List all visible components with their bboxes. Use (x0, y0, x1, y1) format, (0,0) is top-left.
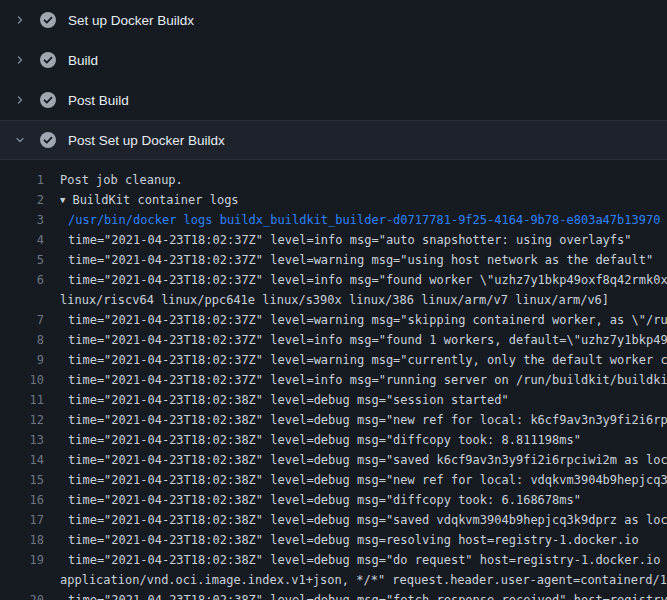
group-label: BuildKit container logs (72, 193, 238, 207)
log-text: time="2021-04-23T18:02:38Z" level=debug … (60, 490, 667, 510)
log-text: time="2021-04-23T18:02:37Z" level=info m… (60, 370, 667, 390)
log-line: 9time="2021-04-23T18:02:37Z" level=warni… (0, 350, 667, 370)
line-number[interactable]: 10 (0, 370, 44, 390)
log-command-text: /usr/bin/docker logs buildx_buildkit_bui… (60, 210, 667, 230)
chevron-right-icon[interactable] (12, 92, 28, 108)
step-header-post-build[interactable]: Post Build (0, 80, 667, 120)
log-text: time="2021-04-23T18:02:38Z" level=debug … (60, 450, 667, 470)
log-line: 15time="2021-04-23T18:02:38Z" level=debu… (0, 470, 667, 490)
chevron-right-icon[interactable] (12, 52, 28, 68)
log-line: linux/riscv64 linux/ppc641e linux/s390x … (0, 290, 667, 310)
log-text: time="2021-04-23T18:02:38Z" level=debug … (60, 550, 667, 570)
check-circle-icon (40, 92, 56, 108)
log-line: 16time="2021-04-23T18:02:38Z" level=debu… (0, 490, 667, 510)
line-number[interactable]: 8 (0, 330, 44, 350)
chevron-down-icon[interactable] (12, 132, 28, 148)
line-number[interactable]: 13 (0, 430, 44, 450)
log-line: 1Post job cleanup. (0, 170, 667, 190)
step-label: Set up Docker Buildx (68, 13, 194, 28)
log-line: 18time="2021-04-23T18:02:38Z" level=debu… (0, 530, 667, 550)
log-text: time="2021-04-23T18:02:38Z" level=debug … (60, 510, 667, 530)
job-steps-panel: Set up Docker Buildx Build Post Build Po… (0, 0, 667, 600)
log-text: time="2021-04-23T18:02:38Z" level=debug … (60, 430, 667, 450)
log-line: 13time="2021-04-23T18:02:38Z" level=debu… (0, 430, 667, 450)
group-toggle-triangle-icon[interactable]: ▼ (60, 190, 65, 210)
log-line: 10time="2021-04-23T18:02:37Z" level=info… (0, 370, 667, 390)
log-container: 1Post job cleanup.2▼BuildKit container l… (0, 160, 667, 600)
step-label: Build (68, 53, 98, 68)
log-text: Post job cleanup. (60, 170, 667, 190)
line-number[interactable]: 6 (0, 270, 44, 290)
step-label: Post Set up Docker Buildx (68, 133, 225, 148)
log-line: 2▼BuildKit container logs (0, 190, 667, 210)
line-number[interactable]: 17 (0, 510, 44, 530)
log-line: 7time="2021-04-23T18:02:37Z" level=warni… (0, 310, 667, 330)
log-line: application/vnd.oci.image.index.v1+json,… (0, 570, 667, 590)
step-label: Post Build (68, 93, 129, 108)
line-number[interactable]: 11 (0, 390, 44, 410)
log-line: 20time="2021-04-23T18:02:38Z" level=debu… (0, 590, 667, 600)
line-number[interactable]: 1 (0, 170, 44, 190)
line-number[interactable]: 3 (0, 210, 44, 230)
line-number[interactable]: 9 (0, 350, 44, 370)
line-number[interactable]: 15 (0, 470, 44, 490)
log-text: time="2021-04-23T18:02:38Z" level=debug … (60, 390, 667, 410)
log-line: 3/usr/bin/docker logs buildx_buildkit_bu… (0, 210, 667, 230)
log-line: 19time="2021-04-23T18:02:38Z" level=debu… (0, 550, 667, 570)
log-text: application/vnd.oci.image.index.v1+json,… (60, 570, 667, 590)
log-text[interactable]: ▼BuildKit container logs (60, 190, 667, 211)
log-text: time="2021-04-23T18:02:38Z" level=debug … (60, 410, 667, 430)
line-number[interactable]: 2 (0, 190, 44, 210)
line-number[interactable]: 5 (0, 250, 44, 270)
log-lines: 1Post job cleanup.2▼BuildKit container l… (0, 170, 667, 600)
line-number[interactable]: 18 (0, 530, 44, 550)
line-number[interactable]: 7 (0, 310, 44, 330)
step-header-build[interactable]: Build (0, 40, 667, 80)
check-circle-icon (40, 52, 56, 68)
chevron-right-icon[interactable] (12, 12, 28, 28)
log-text: time="2021-04-23T18:02:37Z" level=warnin… (60, 350, 667, 370)
check-circle-icon (40, 12, 56, 28)
log-line: 17time="2021-04-23T18:02:38Z" level=debu… (0, 510, 667, 530)
log-line: 8time="2021-04-23T18:02:37Z" level=info … (0, 330, 667, 350)
log-text: time="2021-04-23T18:02:37Z" level=warnin… (60, 310, 667, 330)
log-text: time="2021-04-23T18:02:37Z" level=warnin… (60, 250, 667, 270)
log-text: linux/riscv64 linux/ppc641e linux/s390x … (60, 290, 667, 310)
log-line: 11time="2021-04-23T18:02:38Z" level=debu… (0, 390, 667, 410)
log-text: time="2021-04-23T18:02:38Z" level=debug … (60, 530, 667, 550)
log-line: 12time="2021-04-23T18:02:38Z" level=debu… (0, 410, 667, 430)
log-line: 14time="2021-04-23T18:02:38Z" level=debu… (0, 450, 667, 470)
step-header-setup-docker-buildx[interactable]: Set up Docker Buildx (0, 0, 667, 40)
line-number[interactable]: 20 (0, 590, 44, 600)
log-text: time="2021-04-23T18:02:38Z" level=debug … (60, 590, 667, 600)
log-text: time="2021-04-23T18:02:37Z" level=info m… (60, 230, 667, 250)
log-line: 5time="2021-04-23T18:02:37Z" level=warni… (0, 250, 667, 270)
line-number[interactable]: 12 (0, 410, 44, 430)
check-circle-icon (40, 132, 56, 148)
line-number[interactable]: 16 (0, 490, 44, 510)
log-line: 6time="2021-04-23T18:02:37Z" level=info … (0, 270, 667, 290)
line-number[interactable]: 4 (0, 230, 44, 250)
line-number[interactable]: 19 (0, 550, 44, 570)
log-line: 4time="2021-04-23T18:02:37Z" level=info … (0, 230, 667, 250)
log-text: time="2021-04-23T18:02:38Z" level=debug … (60, 470, 667, 490)
line-number[interactable]: 14 (0, 450, 44, 470)
step-header-post-setup-docker-buildx[interactable]: Post Set up Docker Buildx (0, 120, 667, 160)
log-text: time="2021-04-23T18:02:37Z" level=info m… (60, 270, 667, 290)
log-text: time="2021-04-23T18:02:37Z" level=info m… (60, 330, 667, 350)
